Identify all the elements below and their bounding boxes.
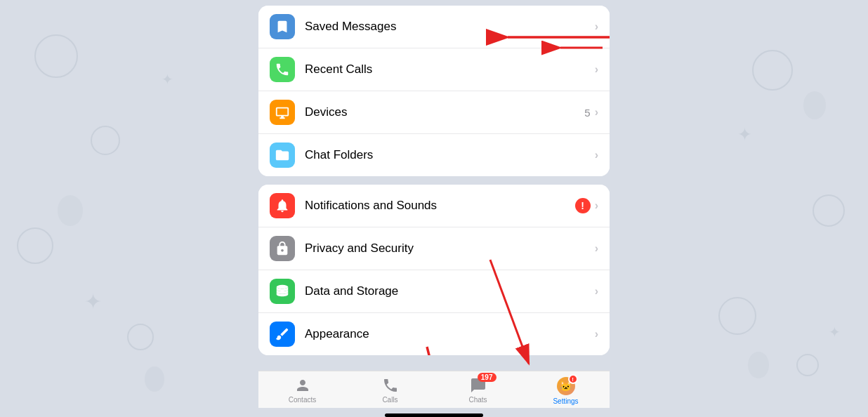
privacy-item[interactable]: Privacy and Security › bbox=[258, 227, 610, 270]
chats-badge: 197 bbox=[478, 373, 497, 382]
svg-point-7 bbox=[797, 355, 818, 376]
recent-calls-item[interactable]: Recent Calls › bbox=[258, 48, 610, 91]
saved-messages-item[interactable]: Saved Messages › bbox=[258, 6, 610, 48]
home-indicator bbox=[385, 413, 483, 417]
chat-folders-chevron: › bbox=[595, 149, 598, 161]
saved-messages-label: Saved Messages bbox=[305, 20, 595, 34]
svg-point-14 bbox=[145, 366, 164, 392]
notifications-label: Notifications and Sounds bbox=[305, 199, 575, 213]
privacy-icon bbox=[270, 236, 295, 261]
svg-text:✦: ✦ bbox=[737, 124, 752, 144]
devices-item[interactable]: Devices 5 › bbox=[258, 91, 610, 134]
svg-point-6 bbox=[719, 298, 756, 334]
svg-point-4 bbox=[753, 51, 792, 90]
svg-point-25 bbox=[277, 285, 289, 289]
content-area: Saved Messages › Recent Calls › bbox=[258, 6, 610, 371]
calls-label: Calls bbox=[382, 396, 397, 404]
data-storage-icon bbox=[270, 279, 295, 304]
chat-folders-icon bbox=[270, 143, 295, 168]
data-storage-label: Data and Storage bbox=[305, 284, 595, 298]
tab-settings[interactable]: 🐱 ! Settings bbox=[541, 377, 591, 405]
recent-calls-label: Recent Calls bbox=[305, 62, 595, 77]
alert-icon: ! bbox=[581, 200, 584, 211]
svg-text:✦: ✦ bbox=[829, 324, 841, 340]
saved-messages-icon bbox=[270, 14, 295, 39]
contacts-icon-wrap bbox=[294, 377, 311, 394]
appearance-item[interactable]: Appearance › bbox=[258, 313, 610, 355]
recent-calls-icon bbox=[270, 57, 295, 82]
svg-point-12 bbox=[58, 195, 83, 226]
svg-point-13 bbox=[803, 91, 826, 119]
tab-contacts[interactable]: Contacts bbox=[278, 377, 327, 404]
privacy-chevron: › bbox=[595, 242, 598, 255]
settings-badge: ! bbox=[568, 374, 578, 384]
svg-text:✦: ✦ bbox=[84, 290, 102, 313]
notifications-icon bbox=[270, 193, 295, 218]
devices-icon bbox=[270, 100, 295, 125]
svg-point-5 bbox=[813, 195, 844, 226]
tab-calls[interactable]: Calls bbox=[366, 377, 415, 404]
tab-chats[interactable]: 197 Chats bbox=[454, 377, 503, 404]
calls-icon-wrap bbox=[382, 377, 399, 394]
sections-wrapper: Saved Messages › Recent Calls › bbox=[258, 6, 610, 355]
data-storage-chevron: › bbox=[595, 285, 598, 298]
saved-messages-chevron: › bbox=[595, 20, 598, 33]
section-1: Saved Messages › Recent Calls › bbox=[258, 6, 610, 176]
notifications-item[interactable]: Notifications and Sounds ! › bbox=[258, 185, 610, 227]
appearance-label: Appearance bbox=[305, 327, 595, 341]
svg-point-1 bbox=[91, 126, 119, 154]
devices-badge: 5 bbox=[584, 107, 590, 119]
phone-container: Saved Messages › Recent Calls › bbox=[251, 0, 617, 417]
svg-text:✦: ✦ bbox=[162, 72, 173, 87]
settings-label: Settings bbox=[553, 397, 578, 405]
data-storage-item[interactable]: Data and Storage › bbox=[258, 270, 610, 313]
contacts-label: Contacts bbox=[289, 396, 316, 404]
svg-point-0 bbox=[35, 35, 77, 77]
tab-bar: Contacts Calls 197 Chats 🐱 bbox=[258, 371, 610, 408]
appearance-icon bbox=[270, 322, 295, 347]
settings-badge-icon: ! bbox=[572, 376, 574, 383]
chat-folders-label: Chat Folders bbox=[305, 148, 595, 162]
settings-icon-wrap: 🐱 ! bbox=[557, 377, 575, 395]
notifications-alert: ! bbox=[575, 198, 591, 213]
svg-point-3 bbox=[128, 324, 153, 350]
privacy-label: Privacy and Security bbox=[305, 241, 595, 256]
svg-point-15 bbox=[748, 352, 769, 378]
appearance-chevron: › bbox=[595, 328, 598, 340]
svg-point-2 bbox=[18, 228, 53, 263]
devices-chevron: › bbox=[595, 106, 598, 119]
chat-folders-item[interactable]: Chat Folders › bbox=[258, 134, 610, 176]
notifications-chevron: › bbox=[595, 199, 598, 212]
recent-calls-chevron: › bbox=[595, 63, 598, 76]
section-2: Notifications and Sounds ! › Privacy and… bbox=[258, 185, 610, 355]
devices-label: Devices bbox=[305, 105, 584, 119]
chats-icon-wrap: 197 bbox=[470, 377, 487, 394]
chats-label: Chats bbox=[468, 396, 487, 404]
